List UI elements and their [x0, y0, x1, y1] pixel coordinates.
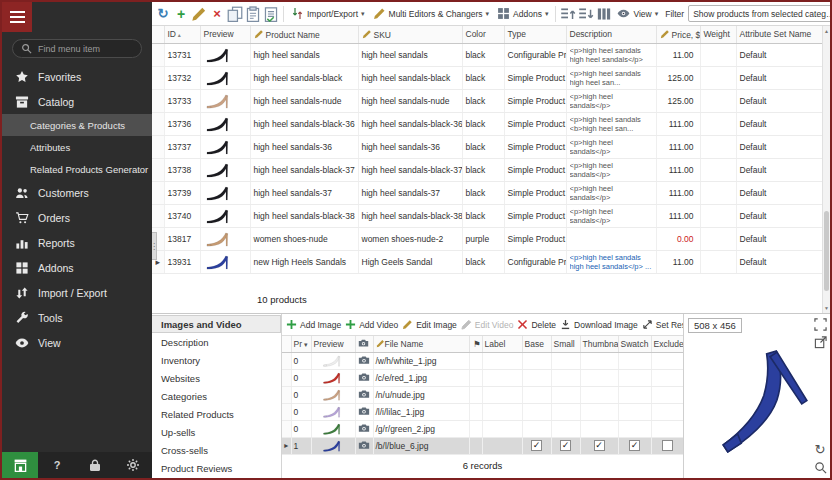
hamburger-menu-button[interactable]	[2, 2, 32, 32]
column-header-file-name[interactable]: File Name	[373, 336, 469, 352]
tab-categories[interactable]: Categories	[152, 387, 281, 405]
sidebar-item-catalog[interactable]: Catalog	[2, 89, 152, 114]
tab-images-and-video[interactable]: Images and Video	[152, 315, 281, 333]
store-button[interactable]	[2, 452, 38, 478]
table-row[interactable]: 13733high heel sandals-nudehigh heel san…	[152, 89, 822, 112]
sidebar-item-tools[interactable]: Tools	[2, 305, 152, 330]
sidebar-item-attributes[interactable]: Attributes	[2, 136, 152, 158]
sidebar-item-categories-and-products[interactable]: Categories & Products	[2, 114, 152, 136]
column-header-id[interactable]: ID ▴	[164, 26, 200, 43]
table-row[interactable]: 13740high heel sandals-black-38high heel…	[152, 204, 822, 227]
tab-websites[interactable]: Websites	[152, 369, 281, 387]
tab-related-products[interactable]: Related Products	[152, 405, 281, 423]
image-row[interactable]: 0/n/u/nude.jpg	[282, 386, 683, 403]
image-row[interactable]: 0/c/e/red_1.jpg	[282, 369, 683, 386]
add-product-button[interactable]: +	[173, 6, 189, 22]
pencil-icon	[660, 29, 670, 39]
image-row[interactable]: 0/g/r/green_2.jpg	[282, 420, 683, 437]
help-button[interactable]: ?	[38, 452, 76, 478]
sidebar-item-import-export[interactable]: Import / Export	[2, 280, 152, 305]
zoom-preview-button[interactable]	[813, 460, 827, 474]
sidebar-item-orders[interactable]: Orders	[2, 205, 152, 230]
table-row[interactable]: 13736high heel sandals-black-36high heel…	[152, 112, 822, 135]
column-header-color[interactable]: Color	[462, 26, 504, 43]
settings-button[interactable]	[114, 452, 152, 478]
clipboard-button[interactable]	[263, 6, 279, 22]
column-header-thumbna[interactable]: Thumbna	[580, 336, 618, 352]
column-header-attribute-set-name[interactable]: Attribute Set Name	[736, 26, 822, 43]
import-export-menu[interactable]: Import/Export ▾	[288, 6, 368, 21]
column-header-label[interactable]: Label	[482, 336, 522, 352]
sidebar-item-related-products-generator[interactable]: Related Products Generator	[2, 158, 152, 180]
category-filter-select[interactable]: Show products from selected categories ▾	[688, 5, 830, 22]
table-row[interactable]: 13732high heel sandals-blackhigh heel sa…	[152, 66, 822, 89]
lock-button[interactable]	[76, 452, 114, 478]
column-header-preview[interactable]: Preview	[200, 26, 250, 43]
download-image-button[interactable]: Download Image	[560, 319, 638, 330]
column-header-small[interactable]: Small	[551, 336, 580, 352]
expand-preview-button[interactable]	[813, 317, 827, 331]
column-header-product-name[interactable]: Product Name	[250, 26, 358, 43]
column-header-pr[interactable]: Pr ▾	[291, 336, 311, 352]
table-row[interactable]: 13738high heel sandals-black-37high heel…	[152, 158, 822, 181]
column-header-flag-icon[interactable]: ⚑	[469, 336, 482, 352]
column-header-sku[interactable]: SKU	[358, 26, 462, 43]
thumbnail-checkbox[interactable]: ✓	[594, 440, 605, 451]
column-header-type[interactable]: Type	[504, 26, 566, 43]
tab-description[interactable]: Description	[152, 333, 281, 351]
image-row[interactable]: ▸1/b/l/blue_6.jpg✓✓✓✓	[282, 437, 683, 454]
refresh-button[interactable]: ↻	[155, 6, 171, 22]
column-header-swatch[interactable]: Swatch	[618, 336, 651, 352]
delete-image-button[interactable]: Delete	[517, 319, 556, 330]
table-row[interactable]: 13817women shoes-nudewomen shoes-nude-2p…	[152, 227, 822, 250]
sidebar-search-input[interactable]: Find menu item	[12, 39, 142, 58]
refresh-preview-button[interactable]: ↻	[813, 442, 827, 456]
delete-product-button[interactable]: ×	[209, 6, 225, 22]
column-header-camera-icon[interactable]	[355, 336, 373, 352]
tab-inventory[interactable]: Inventory	[152, 351, 281, 369]
swatch-checkbox[interactable]: ✓	[629, 440, 640, 451]
column-header-exclude[interactable]: Exclude	[651, 336, 683, 352]
addons-menu[interactable]: Addons ▾	[494, 6, 551, 21]
scroll-up-arrow[interactable]: ▲	[823, 26, 830, 36]
set-resize-rule-button[interactable]: Set Resize Rule▾	[642, 319, 683, 330]
view-menu[interactable]: View ▾	[614, 6, 661, 21]
column-header-preview[interactable]: Preview	[311, 336, 355, 352]
copy-button[interactable]	[227, 6, 243, 22]
table-row[interactable]: 13731high heel sandalshigh heel sandalsb…	[152, 43, 822, 66]
sidebar-item-view[interactable]: View	[2, 330, 152, 355]
sidebar-item-reports[interactable]: Reports	[2, 230, 152, 255]
sort-ascending-button[interactable]	[560, 6, 576, 22]
scrollbar-thumb[interactable]	[824, 211, 829, 291]
column-header-description[interactable]: Description	[566, 26, 656, 43]
add-video-button[interactable]: Add Video	[345, 319, 398, 330]
vertical-scrollbar[interactable]: ▲ ▼	[822, 26, 830, 313]
image-row[interactable]: 0/w/h/white_1.jpg	[282, 352, 683, 369]
base-checkbox[interactable]: ✓	[531, 440, 542, 451]
tab-up-sells[interactable]: Up-sells	[152, 423, 281, 441]
tab-cross-sells[interactable]: Cross-sells	[152, 441, 281, 459]
scroll-down-arrow[interactable]: ▼	[823, 303, 830, 313]
small-checkbox[interactable]: ✓	[560, 440, 571, 451]
columns-button[interactable]	[596, 6, 612, 22]
column-header-price[interactable]: Price, $	[656, 26, 700, 43]
add-image-button[interactable]: Add Image	[286, 319, 341, 330]
edit-image-button[interactable]: Edit Image	[402, 319, 457, 330]
tab-product-reviews[interactable]: Product Reviews	[152, 459, 281, 477]
table-row[interactable]: 13739high heel sandals-37high heel sanda…	[152, 181, 822, 204]
sidebar-item-favorites[interactable]: Favorites	[2, 64, 152, 89]
sort-descending-button[interactable]	[578, 6, 594, 22]
sidebar-item-addons[interactable]: Addons	[2, 255, 152, 280]
open-in-new-window-button[interactable]	[813, 335, 827, 349]
table-row[interactable]: 13737high heel sandals-36high heel sanda…	[152, 135, 822, 158]
column-header-base[interactable]: Base	[522, 336, 551, 352]
table-row[interactable]: ▸13931new High Heels SandalsHigh Geels S…	[152, 250, 822, 273]
image-row[interactable]: 0/l/i/lilac_1.jpg	[282, 403, 683, 420]
paste-button[interactable]	[245, 6, 261, 22]
panel-splitter-handle[interactable]: ⋮	[152, 232, 157, 260]
column-header-weight[interactable]: Weight	[700, 26, 736, 43]
multi-editors-menu[interactable]: Multi Editors & Changers ▾	[370, 6, 493, 21]
edit-product-button[interactable]	[191, 6, 207, 22]
exclude-checkbox[interactable]	[662, 440, 673, 451]
sidebar-item-customers[interactable]: Customers	[2, 180, 152, 205]
